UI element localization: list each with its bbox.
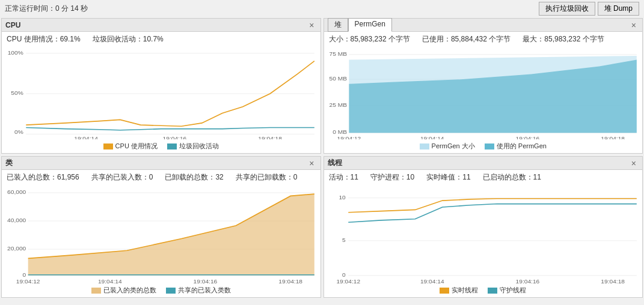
- cpu-legend-2-color: [167, 143, 177, 149]
- threads-panel-close[interactable]: ×: [629, 159, 639, 168]
- classes-legend-1-color: [91, 288, 101, 294]
- threads-active-value: 11: [351, 173, 358, 181]
- heap-tab[interactable]: 堆: [328, 18, 348, 32]
- svg-text:50%: 50%: [11, 89, 23, 96]
- svg-text:19:04:18: 19:04:18: [601, 278, 625, 283]
- classes-panel-close[interactable]: ×: [307, 159, 316, 168]
- threads-peak-stat: 实时峰值：11: [426, 172, 470, 183]
- svg-text:50 MB: 50 MB: [329, 75, 347, 82]
- threads-daemon-stat: 守护进程：10: [370, 172, 414, 183]
- svg-text:19:04:18: 19:04:18: [601, 135, 625, 139]
- cpu-panel-close[interactable]: ×: [307, 20, 316, 30]
- uptime-label: 正常运行时间：0 分 14 秒: [5, 4, 88, 14]
- classes-panel-stats: 已装入的总数：61,956 共享的已装入数：0 已卸载的总数：32 共享的已卸载…: [2, 170, 320, 185]
- svg-text:19:04:14: 19:04:14: [98, 278, 122, 283]
- dump-button[interactable]: 堆 Dump: [598, 2, 639, 16]
- classes-legend-2: 共享的已装入类数: [166, 286, 231, 295]
- threads-started-value: 11: [533, 173, 541, 181]
- classes-legend-2-color: [166, 288, 176, 294]
- heap-legend-2-color: [485, 143, 494, 149]
- heap-panel-close[interactable]: ×: [629, 20, 639, 30]
- classes-shared-loaded-value: 0: [149, 173, 153, 181]
- classes-chart-legend: 已装入的类的总数 共享的已装入类数: [2, 285, 320, 297]
- classes-chart: 60,000 40,000 20,000 0 19:04:12 19:04:14…: [4, 186, 318, 283]
- cpu-legend-2: 垃圾回收活动: [167, 142, 219, 151]
- threads-chart-area: 10 5 0 19:04:12 19:04:14 19:04:16 19:04:…: [324, 185, 643, 285]
- gc-activity-label: 垃圾回收活动：: [93, 35, 143, 43]
- cpu-panel-header: CPU ×: [2, 19, 320, 32]
- svg-text:25 MB: 25 MB: [329, 101, 347, 108]
- threads-panel: 线程 × 活动：11 守护进程：10 实时峰值：11 已启动的总数：11 10 …: [324, 156, 643, 298]
- threads-started-label: 已启动的总数：: [483, 173, 533, 181]
- svg-text:19:04:16: 19:04:16: [515, 135, 539, 139]
- classes-shared-loaded-label: 共享的已装入数：: [91, 173, 149, 181]
- threads-panel-title: 线程: [328, 158, 342, 168]
- svg-text:19:04:16: 19:04:16: [163, 135, 187, 139]
- svg-text:100%: 100%: [8, 49, 23, 56]
- svg-text:19:04:14: 19:04:14: [74, 135, 98, 139]
- classes-loaded-label: 已装入的总数：: [7, 173, 57, 181]
- threads-legend-1-label: 实时线程: [452, 286, 478, 295]
- classes-loaded-value: 61,956: [57, 173, 79, 181]
- heap-panel-tabs: 堆 PermGen: [328, 18, 392, 32]
- svg-text:19:04:16: 19:04:16: [515, 278, 539, 283]
- top-bar: 正常运行时间：0 分 14 秒 执行垃圾回收 堆 Dump: [0, 0, 644, 17]
- threads-started-stat: 已启动的总数：11: [483, 172, 541, 183]
- cpu-usage-value: 69.1%: [60, 35, 81, 43]
- svg-text:75 MB: 75 MB: [329, 50, 347, 57]
- heap-panel: 堆 PermGen × 大小：85,983,232 个字节 已使用：85,884…: [324, 18, 643, 154]
- classes-chart-area: 60,000 40,000 20,000 0 19:04:12 19:04:14…: [2, 185, 320, 285]
- threads-peak-label: 实时峰值：: [426, 173, 462, 181]
- threads-active-label: 活动：: [329, 173, 351, 181]
- heap-size-value: 85,983,232 个字节: [351, 35, 410, 43]
- svg-text:20,000: 20,000: [7, 245, 26, 252]
- classes-legend-1-label: 已装入的类的总数: [103, 286, 156, 295]
- cpu-legend-1-color: [103, 143, 113, 149]
- cpu-chart-area: 100% 50% 0% 19:04:14 19:04:16 19:04:18: [2, 47, 320, 140]
- svg-text:19:04:12: 19:04:12: [337, 135, 361, 139]
- heap-panel-stats: 大小：85,983,232 个字节 已使用：85,884,432 个字节 最大：…: [324, 32, 643, 47]
- cpu-legend-1-label: CPU 使用情况: [115, 142, 158, 151]
- heap-max-value: 85,983,232 个字节: [544, 35, 604, 43]
- heap-size-stat: 大小：85,983,232 个字节: [329, 34, 410, 44]
- gc-button[interactable]: 执行垃圾回收: [539, 2, 595, 16]
- threads-legend-2: 守护线程: [488, 286, 526, 295]
- threads-panel-stats: 活动：11 守护进程：10 实时峰值：11 已启动的总数：11: [324, 170, 643, 185]
- svg-text:10: 10: [339, 194, 346, 201]
- heap-chart: 75 MB 50 MB 25 MB 0 MB 19:04:12 19:04:14…: [327, 48, 640, 139]
- threads-legend-2-color: [488, 288, 497, 294]
- classes-shared-unloaded-stat: 共享的已卸载数：0: [236, 172, 298, 183]
- cpu-chart-legend: CPU 使用情况 垃圾回收活动: [2, 140, 320, 153]
- heap-chart-area: 75 MB 50 MB 25 MB 0 MB 19:04:12 19:04:14…: [324, 47, 643, 140]
- gc-activity-value: 10.7%: [143, 35, 164, 43]
- heap-chart-legend: PermGen 大小 使用的 PermGen: [324, 140, 643, 153]
- cpu-usage-label: CPU 使用情况：: [7, 35, 60, 43]
- svg-text:60,000: 60,000: [7, 189, 26, 195]
- threads-chart-legend: 实时线程 守护线程: [324, 285, 643, 297]
- svg-text:19:04:12: 19:04:12: [336, 278, 360, 283]
- gc-activity-stat: 垃圾回收活动：10.7%: [93, 34, 164, 44]
- svg-text:0: 0: [342, 271, 346, 278]
- classes-unloaded-value: 32: [215, 173, 223, 181]
- svg-text:0: 0: [23, 271, 26, 278]
- threads-daemon-label: 守护进程：: [370, 173, 406, 181]
- cpu-panel-title: CPU: [5, 21, 20, 29]
- svg-text:5: 5: [342, 237, 346, 243]
- classes-shared-loaded-stat: 共享的已装入数：0: [91, 172, 153, 183]
- svg-text:19:04:18: 19:04:18: [278, 278, 302, 283]
- threads-chart: 10 5 0 19:04:12 19:04:14 19:04:16 19:04:…: [327, 186, 640, 283]
- heap-used-stat: 已使用：85,884,432 个字节: [422, 34, 511, 44]
- svg-text:0 MB: 0 MB: [333, 129, 347, 136]
- classes-shared-unloaded-value: 0: [293, 173, 298, 181]
- cpu-legend-1: CPU 使用情况: [103, 142, 158, 151]
- cpu-panel: CPU × CPU 使用情况：69.1% 垃圾回收活动：10.7% 100% 5…: [1, 18, 321, 154]
- heap-legend-1-color: [420, 143, 429, 149]
- permgen-tab[interactable]: PermGen: [348, 18, 392, 32]
- threads-panel-header: 线程 ×: [324, 157, 643, 170]
- svg-text:0%: 0%: [14, 129, 23, 136]
- heap-used-value: 85,884,432 个字节: [451, 35, 511, 43]
- classes-unloaded-label: 已卸载的总数：: [165, 173, 215, 181]
- threads-legend-2-label: 守护线程: [500, 286, 526, 295]
- cpu-panel-stats: CPU 使用情况：69.1% 垃圾回收活动：10.7%: [2, 32, 320, 47]
- svg-text:19:04:12: 19:04:12: [16, 278, 40, 283]
